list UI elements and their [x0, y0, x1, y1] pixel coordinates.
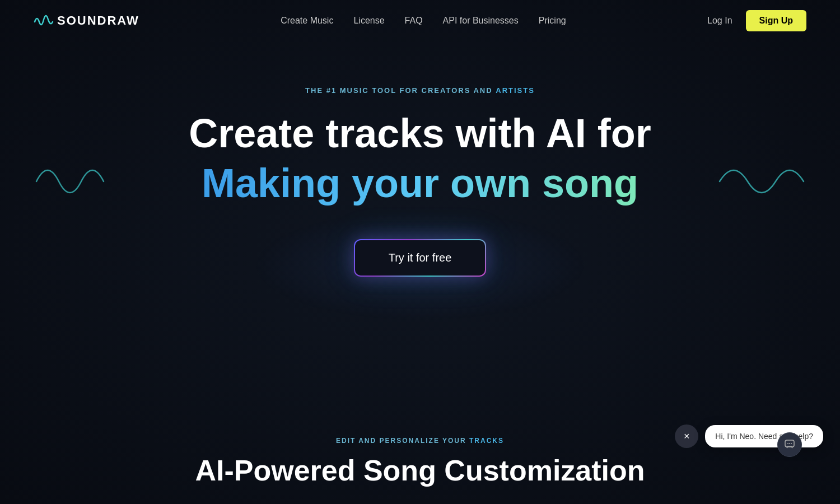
nav-faq[interactable]: FAQ [405, 16, 423, 25]
login-link[interactable]: Log In [707, 16, 732, 26]
nav-license[interactable]: License [353, 16, 384, 25]
hero-section: THE #1 MUSIC TOOL FOR CREATORS AND ARTIS… [0, 41, 840, 277]
hero-badge: THE #1 MUSIC TOOL FOR CREATORS AND ARTIS… [305, 86, 535, 95]
svg-point-1 [787, 443, 788, 444]
nav-right: Log In Sign Up [707, 10, 806, 31]
hero-badge-text: THE #1 MUSIC TOOL FOR CREATORS AND [305, 86, 496, 95]
hero-badge-highlight: ARTISTS [496, 86, 535, 95]
wave-right-decoration [717, 153, 806, 200]
chat-toggle-button[interactable] [777, 432, 802, 457]
bottom-badge-part1: EDIT AND PERSONALIZE YOUR [336, 437, 469, 445]
nav-links: Create Music License FAQ API for Busines… [281, 16, 566, 26]
bottom-title: AI-Powered Song Customization [0, 454, 840, 487]
bottom-title-text: AI-Powered Song Customization [195, 454, 645, 487]
navbar: SOUNDRAW Create Music License FAQ API fo… [0, 0, 840, 41]
nav-api[interactable]: API for Businesses [443, 16, 519, 25]
chat-bubble: Hi, I'm Neo. Need any help? [705, 425, 823, 447]
hero-title: Create tracks with AI for [189, 111, 651, 156]
wave-left-decoration [34, 153, 106, 200]
nav-create-music[interactable]: Create Music [281, 16, 333, 25]
logo-icon [34, 11, 54, 31]
signup-button[interactable]: Sign Up [746, 10, 806, 31]
chat-close-button[interactable]: × [675, 424, 698, 448]
logo-text: SOUNDRAW [57, 13, 139, 28]
bottom-badge-highlight: TRACKS [469, 437, 504, 445]
try-free-button[interactable]: Try it for free [354, 239, 487, 277]
hero-subtitle: Making your own song [202, 161, 638, 206]
svg-point-3 [791, 443, 792, 444]
chat-icon [784, 439, 795, 450]
logo[interactable]: SOUNDRAW [34, 11, 139, 31]
nav-pricing[interactable]: Pricing [539, 16, 566, 25]
svg-point-2 [789, 443, 790, 444]
